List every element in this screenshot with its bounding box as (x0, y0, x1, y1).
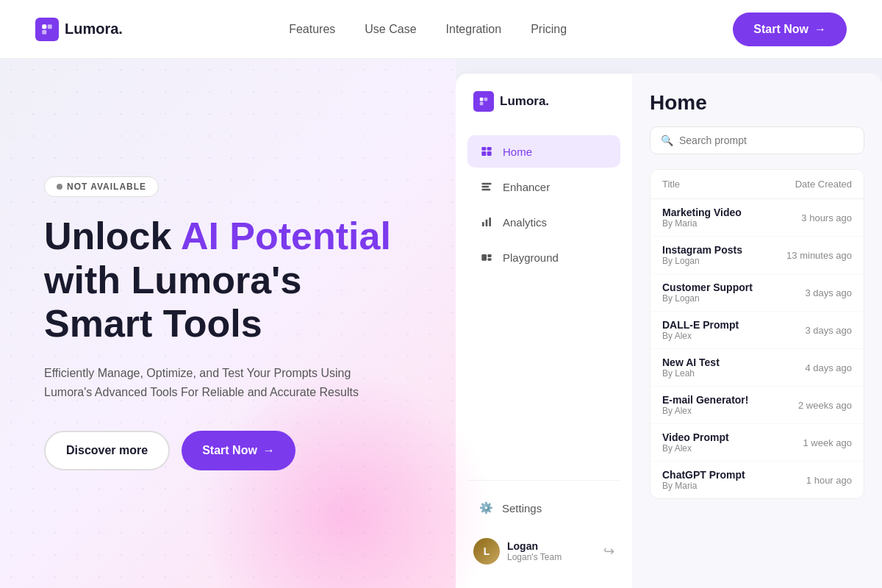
search-input[interactable] (679, 135, 853, 146)
table-row[interactable]: E-mail Generator! By Alex 2 weeks ago (650, 387, 864, 424)
sidebar-item-playground[interactable]: Playground (467, 241, 620, 273)
svg-rect-3 (480, 98, 484, 101)
nav-integration[interactable]: Integration (446, 23, 502, 36)
nav-use-case[interactable]: Use Case (365, 23, 416, 36)
svg-rect-4 (484, 98, 488, 101)
hero-section: NOT AVAILABLE Unlock AI Potential with L… (0, 59, 456, 588)
main-content: NOT AVAILABLE Unlock AI Potential with L… (0, 59, 882, 588)
row-title: Marketing Video (662, 207, 764, 218)
row-date: 2 weeks ago (764, 400, 852, 411)
table-row[interactable]: ChatGPT Prompt By Maria 1 hour ago (650, 462, 864, 498)
main-panel: Home 🔍 Title Date Created Marketing Vide… (632, 74, 882, 588)
row-title: DALL-E Prompt (662, 319, 764, 331)
row-by: By Maria (662, 481, 764, 491)
row-title: ChatGPT Prompt (662, 469, 764, 481)
logout-icon[interactable]: ↪ (603, 543, 614, 559)
row-by: By Maria (662, 218, 764, 229)
header: Lumora. Features Use Case Integration Pr… (0, 0, 882, 59)
sidebar-bottom: ⚙️ Settings L Logan Logan's Team ↪ (467, 480, 620, 570)
table-row[interactable]: Marketing Video By Maria 3 hours ago (650, 199, 864, 237)
app-mockup: Lumora. Home (456, 59, 882, 588)
start-now-button[interactable]: Start Now → (182, 431, 295, 470)
arrow-right-icon: → (814, 23, 826, 36)
sidebar-nav: Home Enhancer (467, 135, 620, 480)
row-date: 3 days ago (764, 325, 852, 336)
row-date: 3 hours ago (764, 212, 852, 223)
table-row[interactable]: New AI Test By Leah 4 days ago (650, 349, 864, 387)
nav-features[interactable]: Features (289, 23, 335, 36)
logo-text: Lumora. (65, 21, 123, 37)
table-header: Title Date Created (650, 170, 864, 199)
prompts-table: Title Date Created Marketing Video By Ma… (650, 169, 864, 499)
table-row[interactable]: DALL-E Prompt By Alex 3 days ago (650, 312, 864, 349)
user-name: Logan (507, 540, 596, 552)
svg-rect-15 (489, 218, 491, 226)
col-date: Date Created (764, 179, 852, 190)
row-by: By Alex (662, 406, 764, 416)
table-row[interactable]: Customer Support By Logan 3 days ago (650, 274, 864, 312)
settings-icon: ⚙️ (479, 501, 493, 514)
svg-rect-14 (486, 220, 488, 226)
analytics-icon (479, 215, 494, 229)
svg-rect-17 (487, 254, 491, 257)
sidebar-item-home[interactable]: Home (467, 135, 620, 168)
playground-icon (479, 250, 494, 265)
row-title: Instagram Posts (662, 244, 764, 256)
user-row: L Logan Logan's Team ↪ (467, 532, 620, 570)
sidebar: Lumora. Home (456, 74, 632, 588)
row-by: By Alex (662, 443, 764, 453)
logo-icon (35, 18, 59, 41)
svg-rect-0 (42, 24, 46, 29)
user-info: Logan Logan's Team (507, 540, 596, 562)
header-start-now-button[interactable]: Start Now → (733, 12, 847, 46)
sidebar-item-enhancer[interactable]: Enhancer (467, 171, 620, 203)
not-available-badge: NOT AVAILABLE (44, 176, 159, 197)
table-row[interactable]: Instagram Posts By Logan 13 minutes ago (650, 237, 864, 274)
svg-rect-6 (481, 147, 486, 151)
row-by: By Alex (662, 331, 764, 341)
row-info: Instagram Posts By Logan (662, 244, 764, 266)
svg-rect-9 (487, 151, 492, 156)
svg-rect-16 (481, 254, 487, 261)
avatar: L (473, 538, 500, 564)
row-date: 4 days ago (764, 362, 852, 373)
row-by: By Logan (662, 293, 764, 304)
sidebar-logo-text: Lumora. (500, 94, 549, 109)
svg-rect-2 (42, 29, 46, 34)
col-title: Title (662, 179, 764, 190)
row-date: 13 minutes ago (764, 250, 852, 261)
hero-title: Unlock AI Potential with Lumora's Smart … (44, 215, 412, 346)
home-icon (479, 144, 494, 159)
svg-rect-10 (481, 183, 491, 185)
arrow-right-icon: → (263, 444, 275, 457)
sidebar-item-analytics[interactable]: Analytics (467, 206, 620, 238)
svg-rect-12 (481, 189, 490, 191)
row-info: Video Prompt By Alex (662, 431, 764, 453)
nav-pricing[interactable]: Pricing (531, 23, 567, 36)
search-icon: 🔍 (661, 135, 673, 146)
panel-title: Home (650, 91, 864, 115)
svg-rect-11 (481, 186, 489, 188)
enhancer-icon (479, 179, 494, 194)
hero-subtitle: Efficiently Manage, Optimize, and Test Y… (44, 364, 397, 401)
row-title: Video Prompt (662, 431, 764, 443)
row-info: Customer Support By Logan (662, 282, 764, 304)
row-info: DALL-E Prompt By Alex (662, 319, 764, 341)
user-team: Logan's Team (507, 552, 596, 562)
row-date: 1 week ago (764, 437, 852, 448)
svg-rect-8 (481, 151, 486, 156)
status-dot (57, 184, 62, 190)
table-row[interactable]: Video Prompt By Alex 1 week ago (650, 424, 864, 462)
svg-rect-7 (487, 147, 492, 151)
row-title: New AI Test (662, 356, 764, 368)
discover-more-button[interactable]: Discover more (44, 431, 170, 470)
sidebar-settings[interactable]: ⚙️ Settings (467, 492, 620, 523)
hero-buttons: Discover more Start Now → (44, 431, 412, 470)
row-title: E-mail Generator! (662, 394, 764, 406)
row-info: ChatGPT Prompt By Maria (662, 469, 764, 491)
search-bar: 🔍 (650, 126, 864, 154)
row-by: By Leah (662, 368, 764, 379)
logo: Lumora. (35, 18, 123, 41)
svg-rect-13 (482, 222, 484, 226)
row-title: Customer Support (662, 282, 764, 293)
